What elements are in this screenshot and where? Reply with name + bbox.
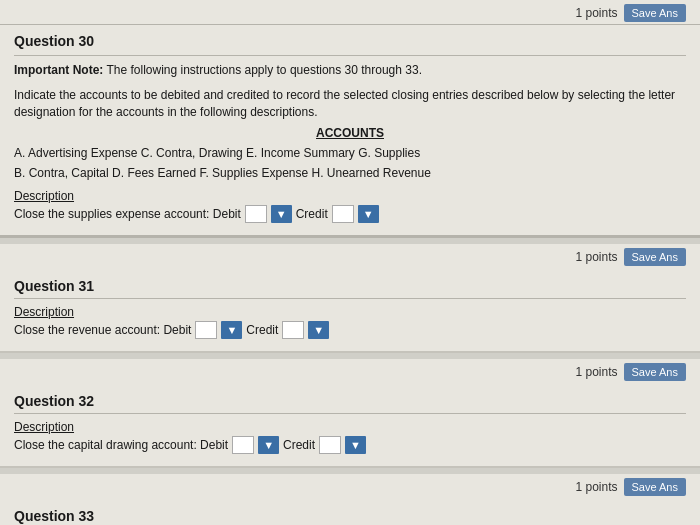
- q31-credit-label: Credit: [246, 323, 278, 337]
- q32-save-button[interactable]: Save Ans: [624, 363, 686, 381]
- q30-indicate-text: Indicate the accounts to be debited and …: [14, 87, 686, 121]
- q30-accounts-list: A. Advertising Expense C. Contra, Drawin…: [14, 144, 686, 182]
- q31-top-bar: 1 points Save Ans: [0, 244, 700, 270]
- question-31-block: Question 31 Description Close the revenu…: [0, 270, 700, 353]
- q30-accounts-section: ACCOUNTS: [14, 126, 686, 140]
- q30-save-button[interactable]: Save Ans: [624, 4, 686, 22]
- q30-title: Question 30: [14, 33, 686, 49]
- q31-points: 1 points: [575, 250, 617, 264]
- q31-description-text: Close the revenue account: Debit: [14, 323, 191, 337]
- q30-accounts-title: ACCOUNTS: [14, 126, 686, 140]
- q31-debit-input[interactable]: [195, 321, 217, 339]
- q30-description-row: Close the supplies expense account: Debi…: [14, 205, 686, 223]
- q31-credit-dropdown[interactable]: ▼: [308, 321, 329, 339]
- q30-credit-input[interactable]: [332, 205, 354, 223]
- q33-title: Question 33: [14, 508, 686, 524]
- q32-top-bar: 1 points Save Ans: [0, 359, 700, 385]
- q32-description-row: Close the capital drawing account: Debit…: [14, 436, 686, 454]
- q31-description-section: Description Close the revenue account: D…: [14, 305, 686, 339]
- q32-points: 1 points: [575, 365, 617, 379]
- q32-credit-label: Credit: [283, 438, 315, 452]
- page-container: 1 points Save Ans Question 30 Important …: [0, 0, 700, 525]
- accounts-row1: A. Advertising Expense C. Contra, Drawin…: [14, 144, 686, 163]
- q30-top-bar: 1 points Save Ans: [0, 0, 700, 25]
- q32-credit-input[interactable]: [319, 436, 341, 454]
- q32-description-section: Description Close the capital drawing ac…: [14, 420, 686, 454]
- important-note-strong: Important Note:: [14, 63, 103, 77]
- q30-credit-label: Credit: [296, 207, 328, 221]
- q32-title: Question 32: [14, 393, 686, 409]
- q32-description-text: Close the capital drawing account: Debit: [14, 438, 228, 452]
- q31-credit-input[interactable]: [282, 321, 304, 339]
- question-33-block: Question 33 Description Close the income…: [0, 500, 700, 525]
- q33-top-bar: 1 points Save Ans: [0, 474, 700, 500]
- question-32-block: Question 32 Description Close the capita…: [0, 385, 700, 468]
- q30-description-section: Description Close the supplies expense a…: [14, 189, 686, 223]
- q33-save-button[interactable]: Save Ans: [624, 478, 686, 496]
- q32-credit-dropdown[interactable]: ▼: [345, 436, 366, 454]
- q31-save-button[interactable]: Save Ans: [624, 248, 686, 266]
- question-30-block: Question 30 Important Note: The followin…: [0, 25, 700, 238]
- q32-debit-input[interactable]: [232, 436, 254, 454]
- q30-credit-dropdown[interactable]: ▼: [358, 205, 379, 223]
- q30-points: 1 points: [575, 6, 617, 20]
- q33-points: 1 points: [575, 480, 617, 494]
- q30-debit-input[interactable]: [245, 205, 267, 223]
- q30-debit-dropdown[interactable]: ▼: [271, 205, 292, 223]
- accounts-row2: B. Contra, Capital D. Fees Earned F. Sup…: [14, 164, 686, 183]
- q30-description-text: Close the supplies expense account: Debi…: [14, 207, 241, 221]
- q31-description-label: Description: [14, 305, 686, 319]
- q30-important-note: Important Note: The following instructio…: [14, 62, 686, 79]
- q30-description-label: Description: [14, 189, 686, 203]
- q31-title: Question 31: [14, 278, 686, 294]
- q32-description-label: Description: [14, 420, 686, 434]
- q31-debit-dropdown[interactable]: ▼: [221, 321, 242, 339]
- q32-debit-dropdown[interactable]: ▼: [258, 436, 279, 454]
- important-note-text: The following instructions apply to ques…: [106, 63, 422, 77]
- q31-description-row: Close the revenue account: Debit ▼ Credi…: [14, 321, 686, 339]
